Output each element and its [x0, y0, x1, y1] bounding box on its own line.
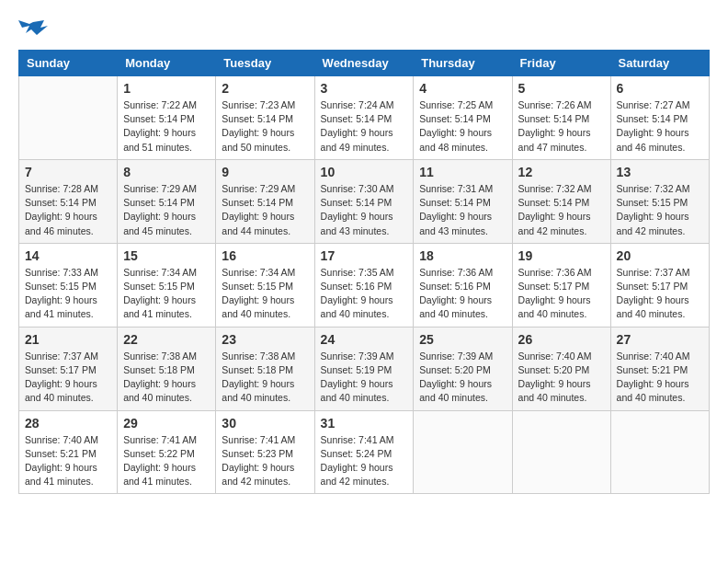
cell-info: Sunrise: 7:41 AM Sunset: 5:23 PM Dayligh…: [222, 433, 308, 489]
day-number: 7: [25, 165, 111, 179]
logo: [18, 18, 51, 40]
cell-info: Sunrise: 7:31 AM Sunset: 5:14 PM Dayligh…: [419, 182, 506, 238]
calendar-cell: [414, 410, 512, 494]
calendar-cell: [512, 410, 610, 494]
day-number: 14: [25, 248, 111, 263]
day-number: 17: [321, 248, 408, 263]
calendar-cell: 5Sunrise: 7:26 AM Sunset: 5:14 PM Daylig…: [512, 76, 610, 160]
cell-info: Sunrise: 7:40 AM Sunset: 5:21 PM Dayligh…: [617, 350, 703, 406]
calendar-cell: 8Sunrise: 7:29 AM Sunset: 5:14 PM Daylig…: [118, 159, 216, 243]
cell-info: Sunrise: 7:36 AM Sunset: 5:16 PM Dayligh…: [419, 266, 506, 322]
day-number: 12: [518, 165, 605, 179]
cell-info: Sunrise: 7:33 AM Sunset: 5:15 PM Dayligh…: [25, 266, 111, 322]
column-header-sunday: Sunday: [19, 51, 118, 76]
day-number: 31: [321, 416, 408, 431]
calendar-cell: 25Sunrise: 7:39 AM Sunset: 5:20 PM Dayli…: [414, 327, 512, 410]
cell-info: Sunrise: 7:35 AM Sunset: 5:16 PM Dayligh…: [321, 266, 408, 322]
day-number: 26: [518, 332, 605, 347]
calendar-cell: 10Sunrise: 7:30 AM Sunset: 5:14 PM Dayli…: [314, 159, 414, 243]
cell-info: Sunrise: 7:41 AM Sunset: 5:22 PM Dayligh…: [123, 433, 210, 489]
day-number: 1: [123, 81, 210, 96]
column-header-friday: Friday: [512, 51, 610, 76]
calendar-table: SundayMondayTuesdayWednesdayThursdayFrid…: [18, 50, 710, 494]
cell-info: Sunrise: 7:32 AM Sunset: 5:14 PM Dayligh…: [518, 182, 605, 238]
cell-info: Sunrise: 7:36 AM Sunset: 5:17 PM Dayligh…: [518, 266, 605, 322]
day-number: 3: [321, 81, 408, 96]
day-number: 24: [321, 332, 408, 347]
day-number: 27: [617, 332, 703, 347]
cell-info: Sunrise: 7:40 AM Sunset: 5:20 PM Dayligh…: [518, 350, 605, 406]
calendar-cell: 24Sunrise: 7:39 AM Sunset: 5:19 PM Dayli…: [314, 327, 414, 410]
calendar-cell: 28Sunrise: 7:40 AM Sunset: 5:21 PM Dayli…: [19, 410, 118, 494]
cell-info: Sunrise: 7:24 AM Sunset: 5:14 PM Dayligh…: [321, 98, 408, 155]
calendar-cell: 13Sunrise: 7:32 AM Sunset: 5:15 PM Dayli…: [610, 159, 709, 243]
day-number: 13: [617, 165, 703, 179]
calendar-cell: 22Sunrise: 7:38 AM Sunset: 5:18 PM Dayli…: [118, 327, 216, 410]
day-number: 30: [222, 416, 308, 431]
cell-info: Sunrise: 7:39 AM Sunset: 5:19 PM Dayligh…: [321, 350, 408, 406]
calendar-cell: 14Sunrise: 7:33 AM Sunset: 5:15 PM Dayli…: [19, 243, 118, 327]
calendar-cell: 31Sunrise: 7:41 AM Sunset: 5:24 PM Dayli…: [314, 410, 414, 494]
calendar-row: 7Sunrise: 7:28 AM Sunset: 5:14 PM Daylig…: [19, 159, 710, 243]
column-header-saturday: Saturday: [610, 51, 709, 76]
cell-info: Sunrise: 7:23 AM Sunset: 5:14 PM Dayligh…: [222, 98, 308, 155]
day-number: 11: [419, 165, 506, 179]
column-header-wednesday: Wednesday: [314, 51, 414, 76]
calendar-cell: 2Sunrise: 7:23 AM Sunset: 5:14 PM Daylig…: [216, 76, 314, 160]
cell-info: Sunrise: 7:26 AM Sunset: 5:14 PM Dayligh…: [518, 98, 605, 155]
cell-info: Sunrise: 7:25 AM Sunset: 5:14 PM Dayligh…: [419, 98, 506, 155]
day-number: 6: [617, 81, 703, 96]
cell-info: Sunrise: 7:34 AM Sunset: 5:15 PM Dayligh…: [123, 266, 210, 322]
calendar-cell: 27Sunrise: 7:40 AM Sunset: 5:21 PM Dayli…: [610, 327, 709, 410]
column-header-thursday: Thursday: [414, 51, 512, 76]
calendar-cell: 1Sunrise: 7:22 AM Sunset: 5:14 PM Daylig…: [118, 76, 216, 160]
cell-info: Sunrise: 7:38 AM Sunset: 5:18 PM Dayligh…: [123, 350, 210, 406]
calendar-cell: 3Sunrise: 7:24 AM Sunset: 5:14 PM Daylig…: [314, 76, 414, 160]
day-number: 29: [123, 416, 210, 431]
calendar-cell: 16Sunrise: 7:34 AM Sunset: 5:15 PM Dayli…: [216, 243, 314, 327]
day-number: 23: [222, 332, 308, 347]
calendar-row: 21Sunrise: 7:37 AM Sunset: 5:17 PM Dayli…: [19, 327, 710, 410]
cell-info: Sunrise: 7:41 AM Sunset: 5:24 PM Dayligh…: [321, 433, 408, 489]
column-header-tuesday: Tuesday: [216, 51, 314, 76]
calendar-cell: 23Sunrise: 7:38 AM Sunset: 5:18 PM Dayli…: [216, 327, 314, 410]
cell-info: Sunrise: 7:27 AM Sunset: 5:14 PM Dayligh…: [617, 98, 703, 155]
page-header: [18, 18, 710, 40]
day-number: 16: [222, 248, 308, 263]
calendar-cell: 15Sunrise: 7:34 AM Sunset: 5:15 PM Dayli…: [118, 243, 216, 327]
calendar-row: 1Sunrise: 7:22 AM Sunset: 5:14 PM Daylig…: [19, 76, 710, 160]
day-number: 19: [518, 248, 605, 263]
calendar-cell: 11Sunrise: 7:31 AM Sunset: 5:14 PM Dayli…: [414, 159, 512, 243]
day-number: 15: [123, 248, 210, 263]
calendar-cell: 4Sunrise: 7:25 AM Sunset: 5:14 PM Daylig…: [414, 76, 512, 160]
cell-info: Sunrise: 7:37 AM Sunset: 5:17 PM Dayligh…: [617, 266, 703, 322]
cell-info: Sunrise: 7:30 AM Sunset: 5:14 PM Dayligh…: [321, 182, 408, 238]
calendar-cell: 20Sunrise: 7:37 AM Sunset: 5:17 PM Dayli…: [610, 243, 709, 327]
calendar-cell: 26Sunrise: 7:40 AM Sunset: 5:20 PM Dayli…: [512, 327, 610, 410]
day-number: 5: [518, 81, 605, 96]
day-number: 20: [617, 248, 703, 263]
calendar-cell: 30Sunrise: 7:41 AM Sunset: 5:23 PM Dayli…: [216, 410, 314, 494]
cell-info: Sunrise: 7:39 AM Sunset: 5:20 PM Dayligh…: [419, 350, 506, 406]
calendar-row: 28Sunrise: 7:40 AM Sunset: 5:21 PM Dayli…: [19, 410, 710, 494]
logo-bird-icon: [18, 18, 48, 40]
calendar-cell: 9Sunrise: 7:29 AM Sunset: 5:14 PM Daylig…: [216, 159, 314, 243]
calendar-cell: 17Sunrise: 7:35 AM Sunset: 5:16 PM Dayli…: [314, 243, 414, 327]
cell-info: Sunrise: 7:37 AM Sunset: 5:17 PM Dayligh…: [25, 350, 111, 406]
calendar-cell: 12Sunrise: 7:32 AM Sunset: 5:14 PM Dayli…: [512, 159, 610, 243]
cell-info: Sunrise: 7:29 AM Sunset: 5:14 PM Dayligh…: [222, 182, 308, 238]
day-number: 8: [123, 165, 210, 179]
day-number: 22: [123, 332, 210, 347]
calendar-cell: 18Sunrise: 7:36 AM Sunset: 5:16 PM Dayli…: [414, 243, 512, 327]
calendar-cell: 29Sunrise: 7:41 AM Sunset: 5:22 PM Dayli…: [118, 410, 216, 494]
cell-info: Sunrise: 7:22 AM Sunset: 5:14 PM Dayligh…: [123, 98, 210, 155]
cell-info: Sunrise: 7:32 AM Sunset: 5:15 PM Dayligh…: [617, 182, 703, 238]
day-number: 4: [419, 81, 506, 96]
calendar-cell: 19Sunrise: 7:36 AM Sunset: 5:17 PM Dayli…: [512, 243, 610, 327]
cell-info: Sunrise: 7:34 AM Sunset: 5:15 PM Dayligh…: [222, 266, 308, 322]
calendar-cell: [19, 76, 118, 160]
calendar-cell: 21Sunrise: 7:37 AM Sunset: 5:17 PM Dayli…: [19, 327, 118, 410]
svg-marker-0: [18, 20, 48, 35]
calendar-cell: [610, 410, 709, 494]
day-number: 10: [321, 165, 408, 179]
